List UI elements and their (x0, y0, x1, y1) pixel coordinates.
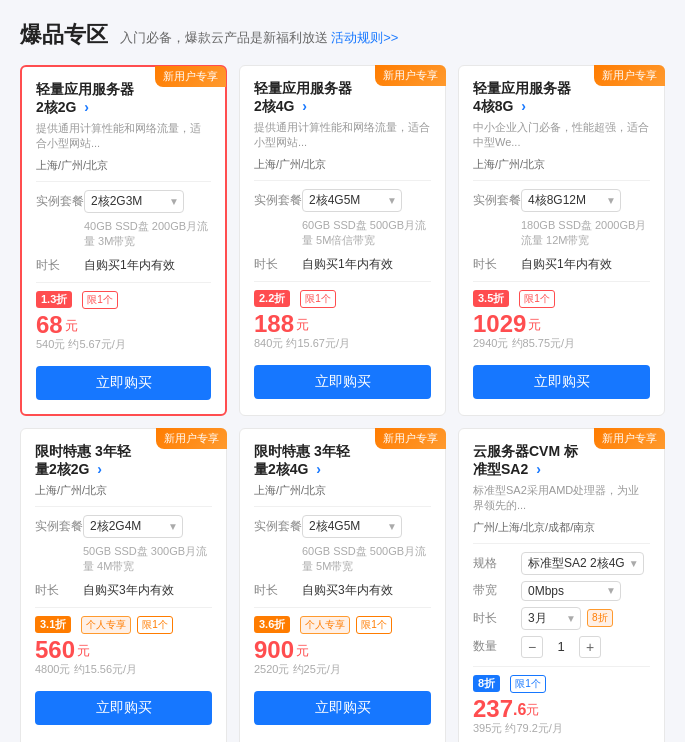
exclusive-badge-5: 个人专享 (300, 616, 350, 634)
product-card-1: 新用户专享 轻量应用服务器 2核2G › 提供通用计算性能和网络流量，适合小型网… (20, 65, 227, 416)
instance-sub-3: 180GB SSD盘 2000GB月流量 12M带宽 (473, 218, 650, 248)
instance-select-4[interactable]: 2核2G4M ▼ (83, 515, 183, 538)
instance-select-2[interactable]: 2核4G5M ▼ (302, 189, 402, 212)
price-unit-6: 元 (526, 701, 539, 719)
page-subtitle-text: 入门必备，爆款云产品是新福利放送 (120, 30, 328, 45)
duration-field-row-6: 时长 3月 ▼ 8折 (473, 607, 650, 630)
instance-select-3[interactable]: 4核8G12M ▼ (521, 189, 621, 212)
new-badge-2: 新用户专享 (375, 65, 446, 86)
price-main-4: 560 (35, 638, 75, 662)
price-unit-1: 元 (65, 317, 78, 335)
discount-badge-1: 1.3折 (36, 291, 72, 308)
price-row-2: 2.2折 限1个 (254, 290, 431, 308)
limit-badge-5: 限1个 (356, 616, 392, 634)
duration-row-5: 时长 自购买3年内有效 (254, 582, 431, 599)
card-region-1: 上海/广州/北京 (36, 158, 211, 173)
new-badge-4: 新用户专享 (156, 428, 227, 449)
new-badge-3: 新用户专享 (594, 65, 665, 86)
spec-row-6: 规格 标准型SA2 2核4G ▼ (473, 552, 650, 575)
card-desc-6: 标准型SA2采用AMD处理器，为业界领先的... (473, 483, 650, 514)
product-card-3: 新用户专享 轻量应用服务器 4核8G › 中小企业入门必备，性能超强，适合中型W… (458, 65, 665, 416)
buy-button-3[interactable]: 立即购买 (473, 365, 650, 399)
product-grid: 新用户专享 轻量应用服务器 2核2G › 提供通用计算性能和网络流量，适合小型网… (20, 65, 665, 742)
page-header: 爆品专区 入门必备，爆款云产品是新福利放送 活动规则>> (20, 20, 665, 50)
limit-badge-3: 限1个 (519, 290, 555, 308)
product-card-2: 新用户专享 轻量应用服务器 2核4G › 提供通用计算性能和网络流量，适合小型网… (239, 65, 446, 416)
buy-button-5[interactable]: 立即购买 (254, 691, 431, 725)
instance-row-2: 实例套餐 2核4G5M ▼ (254, 189, 431, 212)
price-row-5: 3.6折 个人专享 限1个 (254, 616, 431, 634)
duration-row-4: 时长 自购买3年内有效 (35, 582, 212, 599)
discount-badge-3: 3.5折 (473, 290, 509, 307)
spec-select-6[interactable]: 标准型SA2 2核4G ▼ (521, 552, 644, 575)
price-main-3: 1029 (473, 312, 526, 336)
price-original-3: 2940元 约85.75元/月 (473, 336, 650, 351)
price-unit-4: 元 (77, 642, 90, 660)
price-row-3: 3.5折 限1个 (473, 290, 650, 308)
discount-badge-2: 2.2折 (254, 290, 290, 307)
limit-badge-6: 限1个 (510, 675, 546, 693)
price-main-5: 900 (254, 638, 294, 662)
price-unit-2: 元 (296, 316, 309, 334)
qty-row-6: 数量 − 1 + (473, 636, 650, 658)
instance-sub-1: 40GB SSD盘 200GB月流量 3M带宽 (36, 219, 211, 249)
price-row-1: 1.3折 限1个 (36, 291, 211, 309)
qty-decrease-6[interactable]: − (521, 636, 543, 658)
price-original-1: 540元 约5.67元/月 (36, 337, 211, 352)
new-badge-1: 新用户专享 (155, 66, 226, 87)
product-card-6: 新用户专享 云服务器CVM 标准型SA2 › 标准型SA2采用AMD处理器，为业… (458, 428, 665, 742)
price-main-1: 68 (36, 313, 63, 337)
limit-badge-2: 限1个 (300, 290, 336, 308)
instance-row-3: 实例套餐 4核8G12M ▼ (473, 189, 650, 212)
arrow-icon-1: › (84, 99, 89, 115)
price-row-4: 3.1折 个人专享 限1个 (35, 616, 212, 634)
instance-row-1: 实例套餐 2核2G3M ▼ (36, 190, 211, 213)
qty-value-6: 1 (549, 639, 573, 654)
card-desc-1: 提供通用计算性能和网络流量，适合小型网站... (36, 121, 211, 152)
card-region-6: 广州/上海/北京/成都/南京 (473, 520, 650, 535)
card-region-5: 上海/广州/北京 (254, 483, 431, 498)
product-card-5: 新用户专享 限时特惠 3年轻量2核4G › 上海/广州/北京 实例套餐 2核4G… (239, 428, 446, 742)
activity-rules-link[interactable]: 活动规则>> (331, 30, 398, 45)
bandwidth-select-6[interactable]: 0Mbps ▼ (521, 581, 621, 601)
duration-row-1: 时长 自购买1年内有效 (36, 257, 211, 274)
card-desc-2: 提供通用计算性能和网络流量，适合小型网站... (254, 120, 431, 151)
qty-stepper-6: − 1 + (521, 636, 601, 658)
card-desc-3: 中小企业入门必备，性能超强，适合中型We... (473, 120, 650, 151)
price-row-6: 8折 限1个 (473, 675, 650, 693)
price-original-5: 2520元 约25元/月 (254, 662, 431, 677)
duration-select-6[interactable]: 3月 ▼ (521, 607, 581, 630)
price-unit-3: 元 (528, 316, 541, 334)
price-decimal-6: .6 (513, 701, 526, 719)
price-main-6: 237 (473, 697, 513, 721)
instance-select-1[interactable]: 2核2G3M ▼ (84, 190, 184, 213)
limit-badge-1: 限1个 (82, 291, 118, 309)
arrow-icon-4: › (97, 461, 102, 477)
buy-button-1[interactable]: 立即购买 (36, 366, 211, 400)
discount-badge-6: 8折 (473, 675, 500, 692)
buy-button-2[interactable]: 立即购买 (254, 365, 431, 399)
instance-row-5: 实例套餐 2核4G5M ▼ (254, 515, 431, 538)
card-region-3: 上海/广州/北京 (473, 157, 650, 172)
qty-increase-6[interactable]: + (579, 636, 601, 658)
instance-select-5[interactable]: 2核4G5M ▼ (302, 515, 402, 538)
exclusive-badge-4: 个人专享 (81, 616, 131, 634)
card-region-4: 上海/广州/北京 (35, 483, 212, 498)
arrow-icon-5: › (316, 461, 321, 477)
new-badge-6: 新用户专享 (594, 428, 665, 449)
arrow-icon-6: › (536, 461, 541, 477)
duration-row-3: 时长 自购买1年内有效 (473, 256, 650, 273)
arrow-icon-3: › (521, 98, 526, 114)
duration-row-2: 时长 自购买1年内有效 (254, 256, 431, 273)
price-original-6: 395元 约79.2元/月 (473, 721, 650, 736)
page-title: 爆品专区 (20, 22, 108, 47)
instance-sub-2: 60GB SSD盘 500GB月流量 5M倍信带宽 (254, 218, 431, 248)
price-original-2: 840元 约15.67元/月 (254, 336, 431, 351)
instance-row-4: 实例套餐 2核2G4M ▼ (35, 515, 212, 538)
new-badge-5: 新用户专享 (375, 428, 446, 449)
instance-sub-4: 50GB SSD盘 300GB月流量 4M带宽 (35, 544, 212, 574)
limit-badge-4: 限1个 (137, 616, 173, 634)
buy-button-4[interactable]: 立即购买 (35, 691, 212, 725)
price-original-4: 4800元 约15.56元/月 (35, 662, 212, 677)
instance-sub-5: 60GB SSD盘 500GB月流量 5M带宽 (254, 544, 431, 574)
